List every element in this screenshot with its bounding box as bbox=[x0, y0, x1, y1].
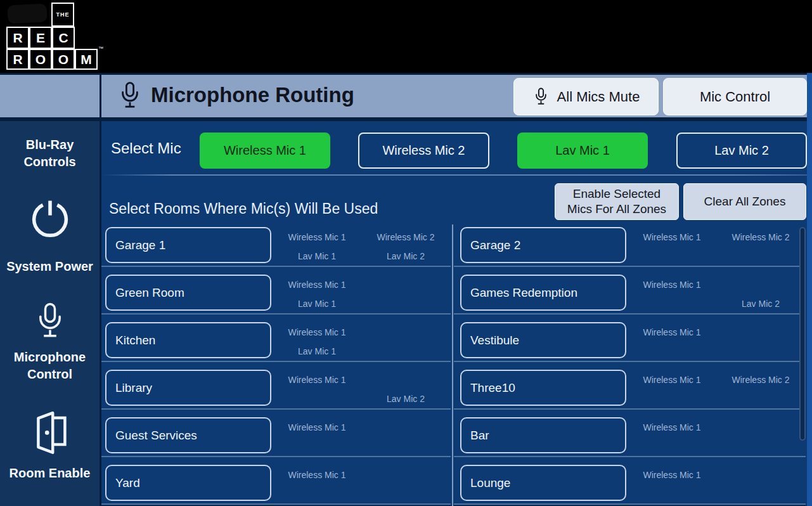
page-title: Microphone Routing bbox=[151, 83, 354, 107]
all-mics-mute-label: All Mics Mute bbox=[557, 89, 640, 105]
logo-box-m: M bbox=[75, 49, 98, 70]
mic-assignment-label bbox=[361, 326, 450, 339]
microphone-routing-panel: Select Mic Wireless Mic 1 Wireless Mic 2… bbox=[101, 117, 812, 506]
door-icon bbox=[27, 406, 73, 458]
mic-assignment-label: Wireless Mic 1 bbox=[273, 278, 361, 291]
room-row: Lounge Wireless Mic 1 bbox=[454, 462, 807, 506]
power-icon bbox=[28, 196, 72, 243]
mic-assignment-label bbox=[716, 469, 805, 481]
mic-assignment-label bbox=[361, 469, 450, 481]
sidebar: Blu-Ray Controls System Power Microphone… bbox=[0, 117, 100, 506]
mic-button-lav-2[interactable]: Lav Mic 2 bbox=[676, 133, 807, 169]
microphone-icon bbox=[32, 302, 68, 345]
room-row: Bar Wireless Mic 1 bbox=[454, 415, 807, 462]
room-row: Games Redemption Wireless Mic 1 Lav Mic … bbox=[454, 272, 807, 320]
scrollbar-thumb[interactable] bbox=[799, 227, 806, 441]
mic-assignment-label bbox=[628, 345, 716, 358]
mic-assignment-label bbox=[273, 488, 361, 500]
mic-control-button[interactable]: Mic Control bbox=[663, 78, 807, 115]
mic-button-wireless-2[interactable]: Wireless Mic 2 bbox=[358, 133, 489, 169]
mic-assignment-label bbox=[628, 440, 716, 453]
mic-assignment-label bbox=[361, 345, 450, 358]
room-button-games-redemption[interactable]: Games Redemption bbox=[460, 275, 626, 311]
room-row: Library Wireless Mic 1 Lav Mic 2 bbox=[101, 367, 452, 415]
mic-assignment-label: Wireless Mic 1 bbox=[628, 231, 716, 243]
room-row: Three10 Wireless Mic 1 Wireless Mic 2 bbox=[454, 367, 807, 415]
room-button-lounge[interactable]: Lounge bbox=[460, 465, 626, 501]
mic-assignment-label bbox=[716, 488, 805, 500]
select-mic-label: Select Mic bbox=[111, 139, 181, 157]
mic-assignment-label: Wireless Mic 2 bbox=[361, 231, 450, 243]
mic-assignment-label: Lav Mic 2 bbox=[361, 250, 450, 263]
header: Microphone Routing All Mics Mute Mic Con… bbox=[101, 75, 807, 117]
mic-control-label: Mic Control bbox=[700, 89, 770, 105]
room-button-three10[interactable]: Three10 bbox=[460, 370, 626, 406]
mic-assignment-label bbox=[361, 440, 450, 453]
room-button-vestibule[interactable]: Vestibule bbox=[460, 322, 626, 358]
room-button-bar[interactable]: Bar bbox=[460, 417, 626, 453]
sidebar-item-label: Microphone Control bbox=[3, 349, 98, 383]
mic-assignment-label bbox=[361, 421, 450, 434]
mic-assignment-label bbox=[628, 392, 716, 405]
sidebar-item-room-enable[interactable]: Room Enable bbox=[0, 406, 100, 482]
sidebar-item-system-power[interactable]: System Power bbox=[0, 196, 100, 275]
logo-scribble bbox=[7, 3, 47, 23]
mic-assignment-label: Wireless Mic 1 bbox=[273, 231, 361, 243]
mic-assignment-label bbox=[716, 250, 805, 263]
sidebar-item-microphone-control[interactable]: Microphone Control bbox=[0, 302, 100, 383]
mic-assignment-label: Wireless Mic 2 bbox=[716, 373, 805, 386]
mic-assignment-label bbox=[716, 345, 805, 358]
room-button-guest-services[interactable]: Guest Services bbox=[105, 417, 271, 453]
mic-assignment-label bbox=[361, 488, 450, 500]
room-row: Garage 1 Wireless Mic 1 Wireless Mic 2 L… bbox=[101, 224, 452, 272]
mic-assignment-label bbox=[273, 392, 361, 405]
room-row: Green Room Wireless Mic 1 Lav Mic 1 bbox=[101, 272, 452, 320]
mic-assignment-label: Lav Mic 1 bbox=[273, 345, 361, 358]
mic-button-wireless-1[interactable]: Wireless Mic 1 bbox=[200, 133, 330, 169]
mic-assignment-label: Wireless Mic 1 bbox=[628, 326, 716, 339]
divider bbox=[101, 174, 807, 176]
logo-box-r2: R bbox=[6, 49, 29, 70]
room-button-green-room[interactable]: Green Room bbox=[105, 275, 271, 311]
sidebar-item-label: System Power bbox=[3, 258, 98, 275]
microphone-icon bbox=[117, 81, 143, 111]
room-button-garage-2[interactable]: Garage 2 bbox=[460, 227, 626, 263]
right-edge-strip bbox=[807, 73, 812, 506]
mic-assignment-label: Wireless Mic 1 bbox=[273, 469, 361, 481]
logo-box-the: THE bbox=[51, 3, 74, 27]
mic-assignment-label bbox=[628, 297, 716, 310]
mic-assignment-label bbox=[716, 392, 805, 405]
mic-button-lav-1[interactable]: Lav Mic 1 bbox=[517, 133, 648, 169]
trademark-symbol: ™ bbox=[98, 46, 103, 51]
header-left-block bbox=[0, 75, 100, 117]
mic-assignment-label bbox=[361, 373, 450, 386]
logo-box-o1: O bbox=[29, 49, 52, 70]
sidebar-item-bluray-controls[interactable]: Blu-Ray Controls bbox=[0, 136, 100, 171]
room-row: Yard Wireless Mic 1 bbox=[101, 462, 452, 506]
mic-assignment-label bbox=[361, 278, 450, 291]
enable-selected-mics-button[interactable]: Enable Selected Mics For All Zones bbox=[555, 183, 679, 220]
mic-assignment-label bbox=[716, 326, 805, 339]
column-divider bbox=[452, 224, 453, 506]
mic-assignment-label bbox=[716, 278, 805, 291]
mic-assignment-label: Wireless Mic 1 bbox=[628, 278, 716, 291]
room-button-library[interactable]: Library bbox=[105, 370, 271, 406]
room-button-kitchen[interactable]: Kitchen bbox=[105, 322, 271, 358]
mic-assignment-label bbox=[628, 488, 716, 500]
room-button-yard[interactable]: Yard bbox=[105, 465, 271, 501]
select-rooms-label: Select Rooms Where Mic(s) Will Be Used bbox=[109, 200, 378, 217]
room-button-garage-1[interactable]: Garage 1 bbox=[105, 227, 271, 263]
room-row: Kitchen Wireless Mic 1 Lav Mic 1 bbox=[101, 320, 452, 367]
mic-assignment-label bbox=[628, 250, 716, 263]
all-mics-mute-button[interactable]: All Mics Mute bbox=[513, 78, 659, 115]
mic-assignment-label: Wireless Mic 1 bbox=[628, 373, 716, 386]
room-row: Garage 2 Wireless Mic 1 Wireless Mic 2 bbox=[454, 224, 807, 272]
top-bar: THE R E C R O O M ™ bbox=[0, 0, 812, 73]
room-row: Guest Services Wireless Mic 1 bbox=[101, 415, 452, 462]
clear-all-zones-button[interactable]: Clear All Zones bbox=[683, 183, 806, 220]
sidebar-item-label: Room Enable bbox=[3, 465, 98, 482]
logo-box-e: E bbox=[29, 27, 52, 49]
mic-assignment-label: Wireless Mic 1 bbox=[628, 469, 716, 481]
logo-box-c: C bbox=[52, 27, 75, 49]
mic-assignment-label bbox=[716, 440, 805, 453]
